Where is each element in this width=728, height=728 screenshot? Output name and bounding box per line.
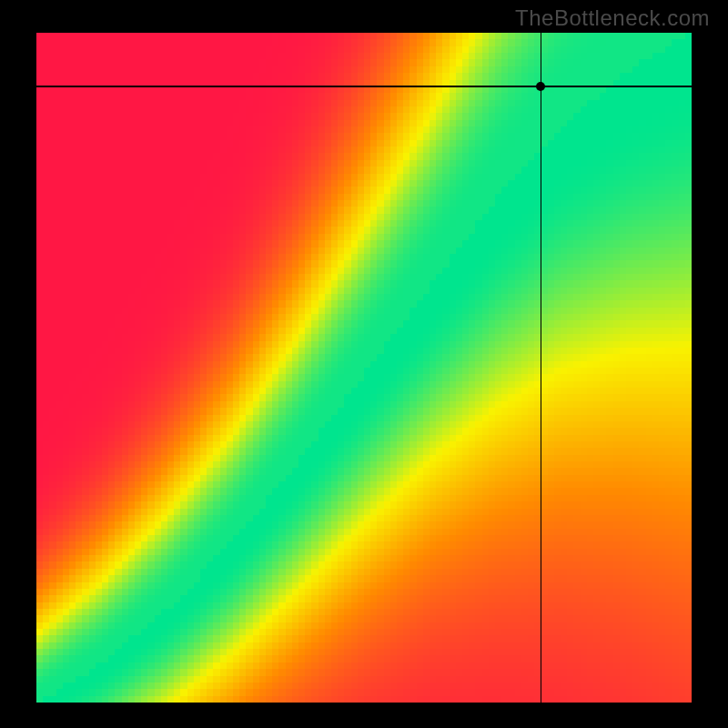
watermark-text: TheBottleneck.com xyxy=(515,5,710,31)
bottleneck-heatmap xyxy=(36,33,692,703)
marker-dot xyxy=(536,82,545,91)
chart-frame: TheBottleneck.com xyxy=(0,0,728,728)
crosshair-horizontal xyxy=(36,86,692,87)
crosshair-vertical xyxy=(541,33,542,703)
